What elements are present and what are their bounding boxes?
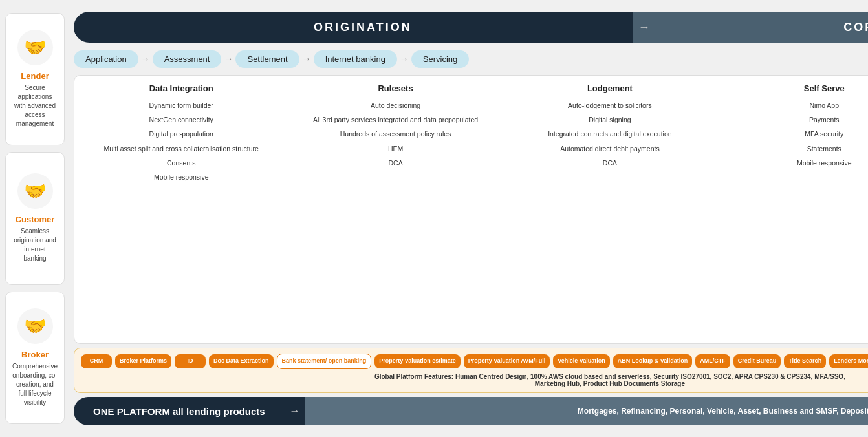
arrow-3: →	[302, 54, 311, 64]
bottom-right-label: Mortgages, Refinancing, Personal, Vehicl…	[305, 397, 868, 425]
divider-3	[717, 83, 717, 336]
main-content: ORIGINATION → CORE BANKING Application →…	[70, 6, 868, 431]
arrow-2: →	[224, 54, 233, 64]
fi-0-4: Consents	[80, 157, 283, 169]
top-banner: ORIGINATION → CORE BANKING	[74, 12, 868, 43]
integration-pill-7: Vehicle Valuation	[553, 354, 610, 368]
integration-pills-row: CRMBroker PlatformsIDDoc Data Extraction…	[81, 354, 868, 369]
customer-icon: 🤝	[17, 173, 53, 209]
customer-title: Customer	[16, 215, 55, 224]
integration-pill-11: Title Search	[784, 354, 826, 368]
col-data-integration: Data Integration Dynamic form builder Ne…	[80, 83, 283, 336]
broker-icon: 🤝	[17, 308, 53, 344]
features-grid: Data Integration Dynamic form builder Ne…	[74, 75, 868, 344]
fi-0-1: NextGen connectivity	[80, 114, 283, 125]
fi-0-2: Digital pre-population	[80, 128, 283, 140]
customer-desc: Seamless origination and internet bankin…	[12, 227, 58, 263]
module-assessment: Assessment	[153, 50, 222, 68]
fi-2-4: DCA	[508, 157, 711, 169]
fi-1-4: DCA	[294, 157, 497, 169]
bottom-banner: ONE PLATFORM all lending products → Mort…	[74, 397, 868, 425]
integration-pill-8: ABN Lookup & Validation	[613, 354, 693, 368]
fi-2-3: Automated direct debit payments	[508, 143, 711, 155]
customer-card: 🤝 Customer Seamless origination and inte…	[5, 152, 65, 284]
fi-3-3: Statements	[722, 143, 868, 155]
col-rulesets: Rulesets Auto decisioning All 3rd party …	[294, 83, 497, 336]
arrow-4: →	[400, 54, 409, 64]
integration-pill-3: Doc Data Extraction	[209, 354, 274, 368]
col-header-2: Lodgement	[508, 83, 711, 93]
module-servicing: Servicing	[411, 50, 469, 68]
integration-pill-9: AML/CTF	[695, 354, 730, 368]
fi-0-0: Dynamic form builder	[80, 100, 283, 111]
integration-pill-2: ID	[175, 354, 206, 368]
col-lodgement: Lodgement Auto-lodgement to solicitors D…	[508, 83, 711, 336]
modules-row: Application → Assessment → Settlement → …	[74, 47, 868, 71]
broker-card: 🤝 Broker Comprehensive onboarding, co-cr…	[5, 292, 65, 424]
module-settlement: Settlement	[235, 50, 299, 68]
integration-pill-5: Property Valuation estimate	[374, 354, 461, 368]
lender-desc: Secure applications with advanced access…	[12, 83, 58, 129]
fi-0-3: Multi asset split and cross collateralis…	[80, 143, 283, 155]
col-header-1: Rulesets	[294, 83, 497, 93]
col-header-0: Data Integration	[80, 83, 283, 93]
module-application: Application	[74, 50, 138, 68]
col-self-serve: Self Serve Nimo App Payments MFA securit…	[722, 83, 868, 336]
left-sidebar: 🤝 Lender Secure applications with advanc…	[0, 6, 70, 431]
arrow-1: →	[141, 54, 150, 64]
integration-pill-6: Property Valuation AVM/Full	[464, 354, 550, 368]
col-header-3: Self Serve	[722, 83, 868, 93]
fi-3-1: Payments	[722, 114, 868, 125]
integration-pill-12: Lenders Mortgage Insurance	[829, 354, 868, 368]
divider-2	[503, 83, 503, 336]
fi-1-2: Hundreds of assessment policy rules	[294, 128, 497, 140]
fi-1-1: All 3rd party services integrated and da…	[294, 114, 497, 125]
fi-2-2: Integrated contracts and digital executi…	[508, 128, 711, 140]
lender-icon: 🤝	[17, 30, 53, 65]
fi-0-5: Mobile responsive	[80, 171, 283, 183]
fi-3-4: Mobile responsive	[722, 157, 868, 169]
fi-3-0: Nimo App	[722, 100, 868, 111]
global-features-text: Global Platform Features: Human Centred …	[81, 373, 868, 387]
divider-1	[288, 83, 288, 336]
fi-3-2: MFA security	[722, 128, 868, 140]
broker-desc: Comprehensive onboarding, co-creation, a…	[12, 362, 58, 407]
integration-pill-0: CRM	[81, 354, 112, 368]
banner-arrow-icon: →	[633, 12, 656, 43]
fi-1-0: Auto decisioning	[294, 100, 497, 111]
integration-pill-4: Bank statement/ open banking	[277, 354, 372, 369]
module-internet-banking: Internet banking	[314, 50, 397, 68]
integrations-section: CRMBroker PlatformsIDDoc Data Extraction…	[74, 348, 868, 393]
core-banking-label: CORE BANKING	[656, 12, 868, 43]
bottom-left-label: ONE PLATFORM all lending products	[74, 397, 285, 425]
fi-2-1: Digital signing	[508, 114, 711, 125]
lender-title: Lender	[21, 71, 49, 81]
fi-2-0: Auto-lodgement to solicitors	[508, 100, 711, 111]
integration-pill-10: Credit Bureau	[733, 354, 781, 368]
broker-title: Broker	[21, 350, 49, 359]
bottom-arrow-icon: →	[285, 397, 305, 425]
fi-1-3: HEM	[294, 143, 497, 155]
integration-pill-1: Broker Platforms	[115, 354, 171, 368]
origination-label: ORIGINATION	[74, 12, 633, 43]
lender-card: 🤝 Lender Secure applications with advanc…	[5, 13, 65, 145]
